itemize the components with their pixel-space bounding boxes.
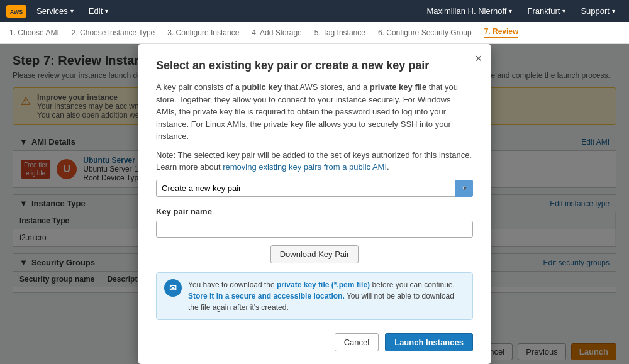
support-menu[interactable]: Support ▾ <box>573 0 623 22</box>
modal-title: Select an existing key pair or create a … <box>156 59 473 72</box>
edit-caret-icon: ▾ <box>105 8 108 14</box>
modal-body: A key pair consists of a public key that… <box>156 81 473 320</box>
step-7[interactable]: 7. Review <box>484 27 519 38</box>
support-caret-icon: ▾ <box>612 8 615 14</box>
services-nav[interactable]: Services ▾ <box>29 0 81 22</box>
services-caret-icon: ▾ <box>70 8 74 14</box>
modal-warning-box: ✉ You have to download the private key f… <box>156 272 473 320</box>
main-content: Step 7: Review Instance Launch Please re… <box>0 44 629 364</box>
region-menu[interactable]: Frankfurt ▾ <box>520 0 573 22</box>
info-icon: ✉ <box>164 279 182 297</box>
nav-right-area: Maximilian H. Nierhoff ▾ Frankfurt ▾ Sup… <box>420 0 623 22</box>
region-caret-icon: ▾ <box>562 8 565 14</box>
key-pair-select-wrapper: Create a new key pairChoose an existing … <box>156 180 473 197</box>
svg-text:AWS: AWS <box>10 9 23 15</box>
key-pair-select-row: Create a new key pairChoose an existing … <box>156 180 473 197</box>
modal-footer: Cancel Launch Instances <box>156 329 473 351</box>
step-1[interactable]: 1. Choose AMI <box>9 28 59 37</box>
modal-cancel-button[interactable]: Cancel <box>335 333 379 351</box>
user-caret-icon: ▾ <box>509 8 512 14</box>
modal-warning-text: You have to download the private key fil… <box>188 279 465 313</box>
step-3[interactable]: 3. Configure Instance <box>167 28 239 37</box>
aws-logo-area: AWS <box>6 5 26 18</box>
top-navigation: AWS Services ▾ Edit ▾ Maximilian H. Nier… <box>0 0 629 22</box>
steps-bar: 1. Choose AMI 2. Choose Instance Type 3.… <box>0 22 629 44</box>
step-4[interactable]: 4. Add Storage <box>252 28 301 37</box>
select-dropdown-icon: ▾ <box>455 180 473 197</box>
modal-overlay: × Select an existing key pair or create … <box>0 44 629 364</box>
key-pair-name-input[interactable] <box>156 221 473 238</box>
key-pair-modal: × Select an existing key pair or create … <box>138 44 491 364</box>
aws-logo-icon: AWS <box>6 5 26 18</box>
modal-launch-button[interactable]: Launch Instances <box>385 333 473 351</box>
modal-note-text: Note: The selected key pair will be adde… <box>156 149 473 174</box>
step-6[interactable]: 6. Configure Security Group <box>378 28 472 37</box>
edit-nav[interactable]: Edit ▾ <box>81 0 116 22</box>
key-pair-select[interactable]: Create a new key pairChoose an existing … <box>156 180 473 197</box>
download-key-pair-button[interactable]: Download Key Pair <box>270 245 359 263</box>
modal-close-button[interactable]: × <box>475 53 482 64</box>
user-menu[interactable]: Maximilian H. Nierhoff ▾ <box>420 0 520 22</box>
step-2[interactable]: 2. Choose Instance Type <box>72 28 155 37</box>
step-5[interactable]: 5. Tag Instance <box>314 28 365 37</box>
key-pair-name-label: Key pair name <box>156 206 473 218</box>
modal-intro-text: A key pair consists of a public key that… <box>156 81 473 143</box>
key-pair-link[interactable]: removing existing key pairs from a publi… <box>223 162 387 172</box>
